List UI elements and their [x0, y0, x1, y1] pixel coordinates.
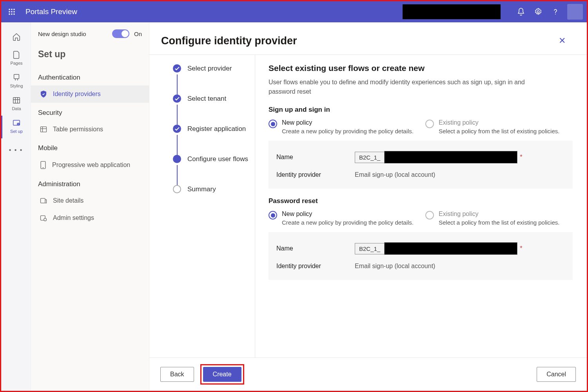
name-label: Name: [276, 245, 355, 252]
svg-point-5: [13, 11, 15, 13]
setup-heading: Set up: [31, 45, 149, 67]
close-icon[interactable]: ✕: [549, 33, 575, 48]
content-heading: Select existing user flows or create new: [269, 64, 573, 73]
create-button[interactable]: Create: [203, 367, 241, 382]
required-asterisk: *: [520, 154, 522, 161]
step-select-provider[interactable]: Select provider: [173, 64, 250, 73]
step-register-application[interactable]: Register application: [173, 125, 250, 133]
svg-point-8: [13, 13, 15, 15]
radio-existing-policy-signup[interactable]: [425, 120, 434, 128]
rail-setup[interactable]: Set up: [1, 116, 31, 138]
radio-existing-policy-pwreset[interactable]: [425, 211, 434, 220]
svg-point-6: [9, 13, 10, 15]
signup-section-head: Sign up and sign in: [269, 106, 573, 114]
svg-rect-17: [41, 198, 45, 203]
idp-label: Identity provider: [276, 263, 355, 270]
idp-label: Identity provider: [276, 171, 355, 178]
settings-gear-icon[interactable]: [530, 3, 547, 20]
radio-label: Existing policy: [439, 119, 559, 126]
user-avatar[interactable]: [567, 4, 583, 20]
toggle-state-label: On: [134, 31, 142, 37]
rail-pages[interactable]: Pages: [1, 47, 31, 70]
svg-rect-12: [13, 98, 20, 103]
step-configure-user-flows[interactable]: Configure user flows: [173, 155, 250, 163]
step-label: Configure user flows: [187, 155, 248, 163]
svg-point-9: [537, 11, 539, 13]
radio-description: Create a new policy by providing the pol…: [282, 127, 414, 135]
idp-value: Email sign-up (local account): [355, 171, 435, 178]
sidebar-item-label: Progressive web application: [52, 162, 130, 169]
radio-label: Existing policy: [439, 211, 559, 218]
radio-new-policy-pwreset[interactable]: [269, 211, 277, 220]
radio-description: Create a new policy by providing the pol…: [282, 218, 414, 227]
rail-data[interactable]: Data: [1, 93, 31, 116]
step-label: Register application: [187, 125, 246, 133]
rail-styling-label: Styling: [10, 83, 23, 88]
create-button-highlight: Create: [200, 364, 244, 385]
rail-styling[interactable]: Styling: [1, 70, 31, 93]
name-prefix: B2C_1_: [355, 152, 384, 163]
svg-point-19: [44, 218, 47, 221]
signup-policy-name-input[interactable]: [384, 151, 517, 163]
sidebar-item-table-permissions[interactable]: Table permissions: [31, 121, 149, 138]
design-studio-toggle[interactable]: [112, 29, 129, 38]
sidebar-item-label: Site details: [53, 197, 83, 204]
radio-description: Select a policy from the list of existin…: [439, 218, 559, 227]
rail-data-label: Data: [12, 106, 21, 111]
svg-point-10: [555, 14, 556, 15]
check-icon: [173, 64, 181, 73]
check-icon: [173, 94, 181, 103]
step-label: Summary: [187, 185, 216, 193]
cancel-button[interactable]: Cancel: [537, 367, 576, 382]
sidebar-item-identity-providers[interactable]: Identity providers: [31, 85, 149, 103]
svg-point-4: [11, 11, 13, 13]
sidebar-item-admin-settings[interactable]: Admin settings: [31, 209, 149, 227]
name-label: Name: [276, 154, 355, 161]
step-summary[interactable]: Summary: [173, 185, 250, 193]
pwreset-policy-name-input[interactable]: [384, 242, 517, 255]
rail-pages-label: Pages: [10, 61, 22, 65]
current-step-icon: [173, 155, 181, 163]
rail-more-icon[interactable]: • • •: [9, 142, 23, 158]
step-label: Select provider: [187, 65, 232, 73]
step-label: Select tenant: [187, 95, 226, 103]
content-description: User flows enable you to define and modi…: [269, 78, 551, 96]
radio-label: New policy: [282, 119, 414, 126]
svg-point-2: [13, 9, 15, 10]
section-mobile: Mobile: [31, 138, 149, 156]
sidebar-item-label: Table permissions: [53, 126, 103, 133]
section-security: Security: [31, 103, 149, 121]
sidebar-item-site-details[interactable]: Site details: [31, 192, 149, 209]
redacted-environment: [403, 4, 501, 19]
sidebar-item-pwa[interactable]: Progressive web application: [31, 156, 149, 174]
step-select-tenant[interactable]: Select tenant: [173, 94, 250, 103]
svg-point-1: [11, 9, 13, 10]
back-button[interactable]: Back: [160, 367, 194, 382]
name-prefix: B2C_1_: [355, 243, 384, 254]
page-title: Configure identity provider: [161, 35, 297, 47]
rail-home[interactable]: [1, 29, 31, 47]
svg-point-3: [9, 11, 10, 13]
sidebar-item-label: Admin settings: [53, 214, 94, 221]
app-title: Portals Preview: [25, 7, 77, 16]
radio-description: Select a policy from the list of existin…: [439, 127, 559, 135]
radio-label: New policy: [282, 211, 414, 218]
svg-rect-15: [41, 127, 47, 132]
radio-new-policy-signup[interactable]: [269, 120, 277, 128]
check-icon: [173, 125, 181, 133]
app-launcher-icon[interactable]: [5, 5, 18, 18]
svg-rect-11: [14, 74, 19, 79]
design-studio-label: New design studio: [38, 31, 86, 37]
password-reset-section-head: Password reset: [269, 197, 573, 205]
section-authentication: Authentication: [31, 67, 149, 85]
rail-setup-label: Set up: [10, 129, 23, 134]
required-asterisk: *: [520, 245, 522, 252]
sidebar-item-label: Identity providers: [53, 91, 101, 98]
svg-point-7: [11, 13, 13, 15]
help-icon[interactable]: [547, 3, 564, 20]
idp-value: Email sign-up (local account): [355, 263, 435, 270]
svg-point-0: [9, 9, 10, 10]
notifications-icon[interactable]: [512, 3, 530, 20]
section-administration: Administration: [31, 174, 149, 192]
pending-step-icon: [173, 185, 181, 193]
